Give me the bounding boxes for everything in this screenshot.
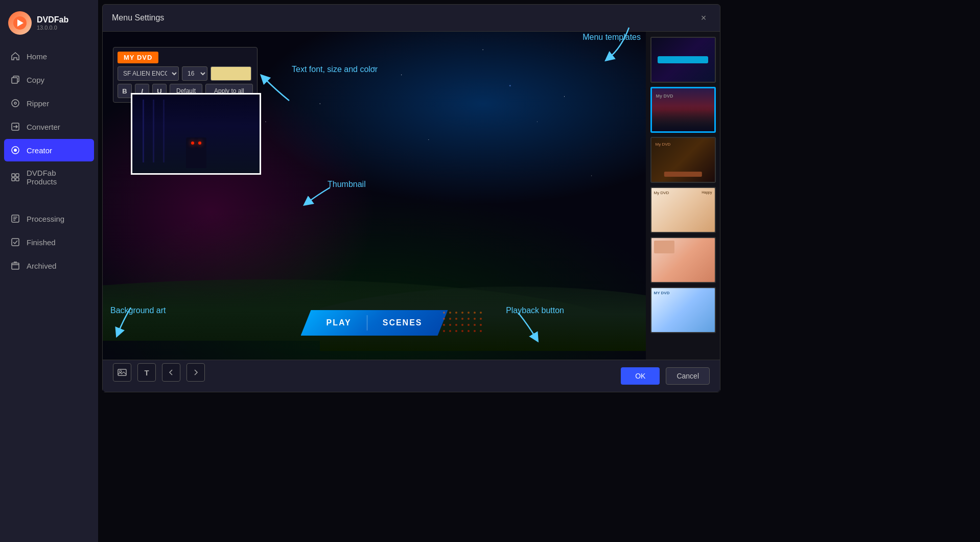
app-name: DVDFab xyxy=(37,15,68,25)
sidebar-item-creator[interactable]: Creator xyxy=(4,139,94,161)
cancel-button[interactable]: Cancel xyxy=(666,367,710,385)
svg-rect-10 xyxy=(16,178,19,181)
sidebar-item-dvdfab-products[interactable]: DVDFab Products xyxy=(4,162,94,192)
menu-settings-modal: Menu Settings × MY DVD SF ALIEN ENCOU xyxy=(102,4,720,392)
modal-header: Menu Settings × xyxy=(103,5,720,32)
sidebar-item-copy[interactable]: Copy xyxy=(4,68,94,91)
image-tool-button[interactable] xyxy=(113,363,131,382)
template-2-preview: My DVD xyxy=(652,88,714,131)
templates-sidebar: My DVD My DVD My DVD Happy xyxy=(646,32,720,392)
svg-point-6 xyxy=(14,149,17,152)
sidebar-label-archived: Archived xyxy=(27,262,56,270)
sidebar-label-creator: Creator xyxy=(27,146,52,155)
sidebar-item-finished[interactable]: Finished xyxy=(4,231,94,253)
creator-icon xyxy=(10,145,20,155)
svg-rect-1 xyxy=(12,78,17,83)
template-4-preview: My DVD Happy xyxy=(651,188,715,232)
sidebar-label-dvdfab-products: DVDFab Products xyxy=(27,169,88,186)
close-button[interactable]: × xyxy=(696,11,711,25)
template-3-preview: My DVD xyxy=(651,138,715,182)
home-icon xyxy=(10,51,20,61)
sidebar-item-converter[interactable]: Converter xyxy=(4,115,94,138)
sidebar-label-home: Home xyxy=(27,52,47,61)
ripper-icon xyxy=(10,98,20,108)
svg-rect-8 xyxy=(16,174,19,177)
sidebar-label-processing: Processing xyxy=(27,215,64,223)
playbar-panel: PLAY SCENES xyxy=(301,310,448,336)
logo-text: DVDFab 13.0.0.0 xyxy=(37,15,68,31)
playbar: PLAY SCENES xyxy=(301,310,448,336)
sidebar-label-converter: Converter xyxy=(27,123,60,131)
ok-button[interactable]: OK xyxy=(621,367,660,385)
template-5-preview xyxy=(651,238,715,282)
title-tab[interactable]: MY DVD xyxy=(118,52,158,63)
svg-point-3 xyxy=(14,102,16,104)
template-1-preview xyxy=(651,38,715,82)
bottom-toolbar: T xyxy=(113,363,205,382)
sidebar-item-home[interactable]: Home xyxy=(4,45,94,67)
svg-rect-9 xyxy=(12,178,15,181)
sidebar-label-ripper: Ripper xyxy=(27,99,49,108)
bold-button[interactable]: B xyxy=(118,84,132,98)
sidebar: DVDFab 13.0.0.0 Home Copy xyxy=(0,0,98,542)
app-version: 13.0.0.0 xyxy=(37,25,68,31)
template-2[interactable]: My DVD xyxy=(650,87,716,133)
thumbnail-preview xyxy=(131,93,261,175)
template-6-preview: MY DVD xyxy=(651,288,715,332)
sidebar-item-ripper[interactable]: Ripper xyxy=(4,92,94,114)
scenes-label[interactable]: SCENES xyxy=(367,318,428,327)
sidebar-label-finished: Finished xyxy=(27,238,56,247)
sidebar-label-copy: Copy xyxy=(27,76,44,84)
prev-button[interactable] xyxy=(162,363,180,382)
svg-rect-12 xyxy=(12,239,19,246)
svg-point-2 xyxy=(12,100,19,107)
sidebar-nav: Home Copy Ripper xyxy=(0,45,98,192)
sidebar-section-queue: Processing Finished Archived xyxy=(0,207,98,277)
font-select[interactable]: SF ALIEN ENCOU xyxy=(118,66,179,81)
font-size-select[interactable]: 16 xyxy=(182,66,207,81)
svg-rect-13 xyxy=(12,263,19,269)
modal-title: Menu Settings xyxy=(112,13,164,22)
archived-icon xyxy=(10,261,20,271)
color-picker[interactable] xyxy=(211,66,251,81)
template-5[interactable] xyxy=(650,237,716,283)
processing-icon xyxy=(10,214,20,224)
modal-overlay: Menu Settings × MY DVD SF ALIEN ENCOU xyxy=(98,0,980,542)
template-6[interactable]: MY DVD xyxy=(650,287,716,333)
next-button[interactable] xyxy=(186,363,205,382)
converter-icon xyxy=(10,122,20,132)
font-row-1: SF ALIEN ENCOU 16 xyxy=(118,66,253,81)
copy-icon xyxy=(10,75,20,85)
logo-icon xyxy=(8,11,32,35)
sidebar-item-archived[interactable]: Archived xyxy=(4,254,94,277)
template-3[interactable]: My DVD xyxy=(650,137,716,183)
finished-icon xyxy=(10,237,20,247)
svg-rect-7 xyxy=(12,174,15,177)
preview-area: MY DVD SF ALIEN ENCOU 16 B I U xyxy=(103,32,646,392)
template-1[interactable] xyxy=(650,37,716,83)
text-tool-button[interactable]: T xyxy=(137,363,156,382)
svg-point-15 xyxy=(120,370,122,372)
template-4[interactable]: My DVD Happy xyxy=(650,187,716,233)
app-logo: DVDFab 13.0.0.0 xyxy=(0,5,98,45)
play-label[interactable]: PLAY xyxy=(321,318,367,327)
modal-body: MY DVD SF ALIEN ENCOU 16 B I U xyxy=(103,32,720,392)
sidebar-item-processing[interactable]: Processing xyxy=(4,207,94,230)
products-icon xyxy=(10,172,20,182)
thumb-inner xyxy=(132,95,260,173)
svg-rect-14 xyxy=(118,369,126,375)
